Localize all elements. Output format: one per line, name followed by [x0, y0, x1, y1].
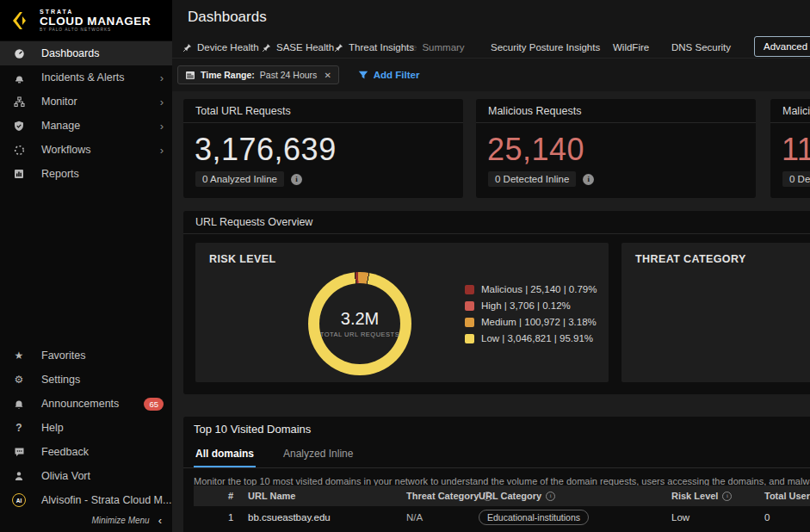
sidebar-item-incidents-alerts[interactable]: Incidents & Alerts › — [0, 65, 172, 90]
table-header: # URL Name Threat Categoryi URL Category… — [194, 486, 810, 506]
legend-label: Malicious | 25,140 | 0.79% — [481, 284, 597, 294]
shield-check-icon — [12, 120, 26, 132]
col-total-users[interactable]: Total Users — [764, 486, 810, 506]
legend-item-malicious: Malicious | 25,140 | 0.79% — [465, 284, 597, 294]
legend-item-high: High | 3,706 | 0.12% — [465, 300, 597, 311]
sidebar-item-label: Settings — [41, 374, 164, 386]
col-url-name[interactable]: URL Name — [248, 486, 295, 506]
sidebar-item-label: Announcements — [41, 398, 144, 410]
dotted-circle-icon — [12, 144, 26, 156]
sidebar-item-label: Monitor — [41, 96, 160, 108]
threat-category-panel: THREAT CATEGORY 25.1K MALICIOUS REQUESTS — [621, 243, 810, 382]
legend-item-low: Low | 3,046,821 | 95.91% — [465, 333, 597, 343]
sidebar-item-label: Dashboards — [41, 47, 164, 59]
sidebar-item-reports[interactable]: Reports — [0, 162, 172, 186]
person-icon — [12, 470, 26, 482]
sidebar-nav: Dashboards Incidents & Alerts › Monitor … — [0, 41, 172, 186]
row-url-name[interactable]: bb.csueastbay.edu — [248, 506, 331, 529]
tab-label-faded: e — [411, 42, 417, 53]
minimize-menu[interactable]: Minimize Menu ‹ — [0, 514, 172, 527]
sidebar-item-label: Feedback — [41, 446, 164, 458]
chat-icon — [12, 446, 26, 458]
tab-summary[interactable]: e Summary — [411, 40, 465, 55]
chip-label: Time Range: — [201, 70, 255, 80]
sidebar-item-feedback[interactable]: Feedback — [0, 440, 172, 464]
stat-card-value: 3,176,639 — [195, 132, 337, 168]
pin-icon — [182, 43, 192, 53]
tab-dns-security[interactable]: DNS Security — [671, 40, 731, 55]
col-number[interactable]: # — [228, 486, 233, 506]
info-icon[interactable]: i — [291, 174, 302, 185]
sidebar-item-manage[interactable]: Manage › — [0, 114, 172, 138]
page-title: Dashboards — [188, 9, 267, 26]
sidebar-item-workflows[interactable]: Workflows › — [0, 138, 172, 162]
chevron-right-icon: › — [160, 120, 164, 133]
add-filter-button[interactable]: Add Filter — [358, 70, 420, 80]
pin-icon — [262, 43, 271, 53]
brand-line3: BY PALO ALTO NETWORKS — [40, 28, 151, 32]
bell-icon — [12, 398, 26, 410]
panel-title: THREAT CATEGORY — [635, 253, 746, 265]
stat-card-badge: 0 Detected Inline — [488, 171, 576, 187]
stat-card-partial: Malici 11 0 Det — [770, 99, 810, 198]
legend-swatch — [465, 334, 474, 343]
stat-card-badge: 0 Det — [782, 171, 810, 187]
top-visited-domains-card: Top 10 Visited Domains All domains Analy… — [183, 417, 810, 532]
main-header: Dashboards Device Health SASE Health Thr… — [172, 0, 810, 91]
funnel-icon — [358, 71, 368, 80]
add-filter-label: Add Filter — [374, 70, 420, 80]
tab-sase-health[interactable]: SASE Health — [262, 40, 334, 55]
tab-security-posture-insights[interactable]: Security Posture Insights — [491, 40, 600, 55]
table-row[interactable]: 1 bb.csueastbay.edu N/A Educational-inst… — [194, 506, 810, 529]
report-icon — [12, 168, 26, 180]
tab-analyzed-inline[interactable]: Analyzed Inline — [281, 442, 355, 467]
sidebar-item-announcements[interactable]: Announcements 65 — [0, 392, 172, 416]
chevron-right-icon: › — [160, 96, 164, 108]
legend-item-medium: Medium | 100,972 | 3.18% — [465, 317, 597, 327]
alarm-bell-icon — [12, 71, 26, 84]
stat-card-value: 25,140 — [487, 132, 584, 168]
domains-table: # URL Name Threat Categoryi URL Category… — [194, 486, 810, 529]
chevron-left-icon: ‹ — [158, 514, 162, 527]
sidebar-item-monitor[interactable]: Monitor › — [0, 90, 172, 114]
close-icon[interactable]: ✕ — [324, 71, 331, 80]
info-icon[interactable]: i — [583, 174, 594, 185]
dashboard-content: Total URL Requests 3,176,639 0 Analyzed … — [172, 91, 810, 532]
sidebar-item-favorites[interactable]: ★ Favorites — [0, 343, 172, 368]
tab-all-domains[interactable]: All domains — [194, 442, 256, 467]
row-risk-level: Low — [671, 506, 689, 529]
sidebar-item-label: Reports — [41, 168, 164, 180]
risk-level-donut-chart[interactable]: 3.2M TOTAL URL REQUESTS — [308, 272, 411, 375]
sidebar-item-dashboards[interactable]: Dashboards — [0, 41, 172, 65]
tab-wildfire[interactable]: WildFire — [613, 40, 649, 55]
sidebar-item-help[interactable]: ? Help — [0, 416, 172, 440]
brand-line2: CLOUD MANAGER — [40, 15, 151, 28]
domains-tabs: All domains Analyzed Inline — [183, 442, 810, 468]
strata-logo-icon — [10, 10, 33, 31]
sidebar-item-settings[interactable]: ⚙ Settings — [0, 368, 172, 392]
donut-center-value: 3.2M — [341, 309, 379, 329]
sidebar-footer: ★ Favorites ⚙ Settings Announcements 65 … — [0, 343, 172, 512]
sidebar-item-tenant[interactable]: AI Alvisofin - Strata Cloud M... — [0, 488, 172, 512]
tab-label: DNS Security — [671, 42, 731, 53]
chevron-right-icon: › — [160, 144, 164, 157]
tab-label: Device Health — [197, 42, 259, 53]
tab-device-health[interactable]: Device Health — [182, 40, 259, 55]
sidebar-item-user[interactable]: Olivia Vort — [0, 464, 172, 488]
sidebar-item-label: Workflows — [41, 144, 160, 156]
col-risk-level[interactable]: Risk Leveli — [671, 486, 732, 506]
brand-line1: STRATA — [40, 9, 151, 15]
filter-bar: Time Range: Past 24 Hours ✕ Add Filter — [172, 59, 810, 91]
sidebar: STRATA CLOUD MANAGER BY PALO ALTO NETWOR… — [0, 0, 172, 532]
row-url-category: Educational-institutions — [479, 506, 589, 529]
time-range-filter-chip[interactable]: Time Range: Past 24 Hours ✕ — [177, 65, 339, 84]
stat-card-title: Malici — [770, 99, 810, 123]
announcements-count-badge: 65 — [144, 398, 164, 411]
tab-advanced-url-filtering[interactable]: Advanced URL F — [754, 36, 810, 57]
legend-label: Low | 3,046,821 | 95.91% — [481, 333, 593, 343]
info-icon: i — [546, 492, 555, 501]
tab-label: SASE Health — [276, 42, 334, 53]
tab-threat-insights[interactable]: Threat Insights — [334, 40, 414, 55]
risk-level-legend: Malicious | 25,140 | 0.79% High | 3,706 … — [465, 284, 597, 343]
col-url-category[interactable]: URL Categoryi — [479, 486, 555, 506]
